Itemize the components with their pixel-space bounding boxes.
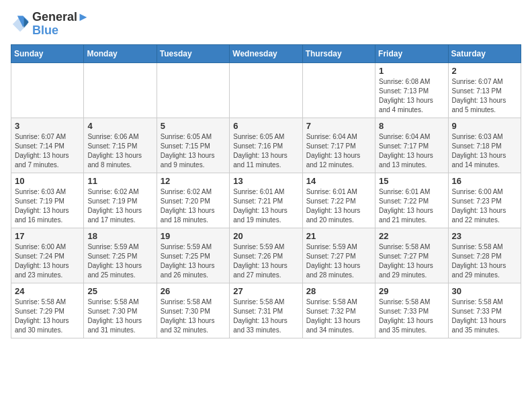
header-row: SundayMondayTuesdayWednesdayThursdayFrid… (11, 44, 521, 62)
day-info: Sunrise: 5:58 AM Sunset: 7:33 PM Dayligh… (452, 298, 517, 335)
day-number: 9 (452, 121, 517, 131)
day-info: Sunrise: 5:58 AM Sunset: 7:33 PM Dayligh… (379, 298, 444, 335)
column-header-saturday: Saturday (448, 44, 521, 62)
day-info: Sunrise: 5:58 AM Sunset: 7:31 PM Dayligh… (233, 298, 298, 335)
calendar-cell: 18Sunrise: 5:59 AM Sunset: 7:25 PM Dayli… (84, 228, 157, 283)
day-number: 28 (306, 286, 371, 296)
calendar-cell: 5Sunrise: 6:05 AM Sunset: 7:15 PM Daylig… (157, 118, 229, 173)
day-info: Sunrise: 6:06 AM Sunset: 7:15 PM Dayligh… (87, 132, 152, 170)
calendar-table: SundayMondayTuesdayWednesdayThursdayFrid… (11, 44, 521, 338)
column-header-sunday: Sunday (11, 44, 84, 62)
day-number: 24 (15, 286, 80, 296)
day-info: Sunrise: 6:07 AM Sunset: 7:13 PM Dayligh… (452, 77, 517, 115)
day-info: Sunrise: 5:58 AM Sunset: 7:30 PM Dayligh… (87, 298, 152, 335)
day-number: 17 (15, 231, 80, 241)
column-header-friday: Friday (375, 44, 448, 62)
calendar-cell: 10Sunrise: 6:03 AM Sunset: 7:19 PM Dayli… (11, 173, 84, 228)
day-info: Sunrise: 6:08 AM Sunset: 7:13 PM Dayligh… (379, 77, 444, 115)
day-info: Sunrise: 5:59 AM Sunset: 7:25 PM Dayligh… (161, 242, 226, 280)
calendar-cell (157, 62, 229, 118)
day-info: Sunrise: 5:58 AM Sunset: 7:29 PM Dayligh… (15, 298, 80, 335)
calendar-cell: 28Sunrise: 5:58 AM Sunset: 7:32 PM Dayli… (302, 283, 375, 338)
calendar-cell: 21Sunrise: 5:59 AM Sunset: 7:27 PM Dayli… (302, 228, 375, 283)
day-info: Sunrise: 5:58 AM Sunset: 7:30 PM Dayligh… (161, 298, 226, 335)
day-info: Sunrise: 6:00 AM Sunset: 7:24 PM Dayligh… (15, 242, 80, 280)
calendar-cell: 9Sunrise: 6:03 AM Sunset: 7:18 PM Daylig… (448, 118, 521, 173)
calendar-cell: 12Sunrise: 6:02 AM Sunset: 7:20 PM Dayli… (157, 173, 229, 228)
column-header-monday: Monday (84, 44, 157, 62)
day-number: 21 (306, 231, 371, 241)
day-number: 26 (161, 286, 226, 296)
column-header-thursday: Thursday (302, 44, 375, 62)
calendar-cell: 6Sunrise: 6:05 AM Sunset: 7:16 PM Daylig… (230, 118, 302, 173)
day-number: 2 (452, 66, 517, 76)
day-info: Sunrise: 6:02 AM Sunset: 7:19 PM Dayligh… (87, 187, 152, 225)
day-number: 6 (233, 121, 298, 131)
week-row-4: 17Sunrise: 6:00 AM Sunset: 7:24 PM Dayli… (11, 228, 521, 283)
day-info: Sunrise: 6:04 AM Sunset: 7:17 PM Dayligh… (379, 132, 444, 170)
day-number: 1 (379, 66, 444, 76)
day-number: 4 (87, 121, 152, 131)
calendar-cell: 26Sunrise: 5:58 AM Sunset: 7:30 PM Dayli… (157, 283, 229, 338)
day-number: 22 (379, 231, 444, 241)
calendar-cell: 16Sunrise: 6:00 AM Sunset: 7:23 PM Dayli… (448, 173, 521, 228)
calendar-cell: 11Sunrise: 6:02 AM Sunset: 7:19 PM Dayli… (84, 173, 157, 228)
day-number: 10 (15, 176, 80, 186)
calendar-cell: 7Sunrise: 6:04 AM Sunset: 7:17 PM Daylig… (302, 118, 375, 173)
day-info: Sunrise: 6:04 AM Sunset: 7:17 PM Dayligh… (306, 132, 371, 170)
logo-text: General►Blue (32, 11, 89, 38)
calendar-cell: 25Sunrise: 5:58 AM Sunset: 7:30 PM Dayli… (84, 283, 157, 338)
week-row-5: 24Sunrise: 5:58 AM Sunset: 7:29 PM Dayli… (11, 283, 521, 338)
calendar-cell (84, 62, 157, 118)
day-info: Sunrise: 5:59 AM Sunset: 7:25 PM Dayligh… (87, 242, 152, 280)
day-number: 15 (379, 176, 444, 186)
day-info: Sunrise: 6:00 AM Sunset: 7:23 PM Dayligh… (452, 187, 517, 225)
day-info: Sunrise: 6:03 AM Sunset: 7:18 PM Dayligh… (452, 132, 517, 170)
column-header-wednesday: Wednesday (230, 44, 302, 62)
week-row-2: 3Sunrise: 6:07 AM Sunset: 7:14 PM Daylig… (11, 118, 521, 173)
day-number: 27 (233, 286, 298, 296)
day-info: Sunrise: 5:59 AM Sunset: 7:26 PM Dayligh… (233, 242, 298, 280)
week-row-1: 1Sunrise: 6:08 AM Sunset: 7:13 PM Daylig… (11, 62, 521, 118)
day-info: Sunrise: 6:05 AM Sunset: 7:16 PM Dayligh… (233, 132, 298, 170)
calendar-cell: 8Sunrise: 6:04 AM Sunset: 7:17 PM Daylig… (375, 118, 448, 173)
day-info: Sunrise: 6:01 AM Sunset: 7:22 PM Dayligh… (379, 187, 444, 225)
calendar-cell: 30Sunrise: 5:58 AM Sunset: 7:33 PM Dayli… (448, 283, 521, 338)
calendar-cell: 17Sunrise: 6:00 AM Sunset: 7:24 PM Dayli… (11, 228, 84, 283)
calendar-cell: 27Sunrise: 5:58 AM Sunset: 7:31 PM Dayli… (230, 283, 302, 338)
calendar-cell: 13Sunrise: 6:01 AM Sunset: 7:21 PM Dayli… (230, 173, 302, 228)
calendar-cell (11, 62, 84, 118)
day-number: 23 (452, 231, 517, 241)
logo-icon (11, 15, 30, 34)
day-number: 13 (233, 176, 298, 186)
day-number: 12 (161, 176, 226, 186)
day-number: 29 (379, 286, 444, 296)
calendar-cell: 29Sunrise: 5:58 AM Sunset: 7:33 PM Dayli… (375, 283, 448, 338)
day-number: 14 (306, 176, 371, 186)
day-info: Sunrise: 5:59 AM Sunset: 7:27 PM Dayligh… (306, 242, 371, 280)
day-number: 5 (161, 121, 226, 131)
calendar-cell: 22Sunrise: 5:58 AM Sunset: 7:27 PM Dayli… (375, 228, 448, 283)
calendar-cell: 2Sunrise: 6:07 AM Sunset: 7:13 PM Daylig… (448, 62, 521, 118)
calendar-cell (302, 62, 375, 118)
calendar-cell: 15Sunrise: 6:01 AM Sunset: 7:22 PM Dayli… (375, 173, 448, 228)
day-info: Sunrise: 5:58 AM Sunset: 7:32 PM Dayligh… (306, 298, 371, 335)
day-number: 20 (233, 231, 298, 241)
week-row-3: 10Sunrise: 6:03 AM Sunset: 7:19 PM Dayli… (11, 173, 521, 228)
calendar-cell (230, 62, 302, 118)
day-info: Sunrise: 5:58 AM Sunset: 7:27 PM Dayligh… (379, 242, 444, 280)
day-number: 30 (452, 286, 517, 296)
day-number: 8 (379, 121, 444, 131)
day-number: 11 (87, 176, 152, 186)
calendar-cell: 1Sunrise: 6:08 AM Sunset: 7:13 PM Daylig… (375, 62, 448, 118)
day-info: Sunrise: 6:01 AM Sunset: 7:22 PM Dayligh… (306, 187, 371, 225)
day-info: Sunrise: 5:58 AM Sunset: 7:28 PM Dayligh… (452, 242, 517, 280)
calendar-cell: 20Sunrise: 5:59 AM Sunset: 7:26 PM Dayli… (230, 228, 302, 283)
day-number: 25 (87, 286, 152, 296)
calendar-cell: 3Sunrise: 6:07 AM Sunset: 7:14 PM Daylig… (11, 118, 84, 173)
day-number: 7 (306, 121, 371, 131)
calendar-body: 1Sunrise: 6:08 AM Sunset: 7:13 PM Daylig… (11, 62, 521, 338)
calendar-cell: 23Sunrise: 5:58 AM Sunset: 7:28 PM Dayli… (448, 228, 521, 283)
calendar-cell: 24Sunrise: 5:58 AM Sunset: 7:29 PM Dayli… (11, 283, 84, 338)
day-info: Sunrise: 6:02 AM Sunset: 7:20 PM Dayligh… (161, 187, 226, 225)
